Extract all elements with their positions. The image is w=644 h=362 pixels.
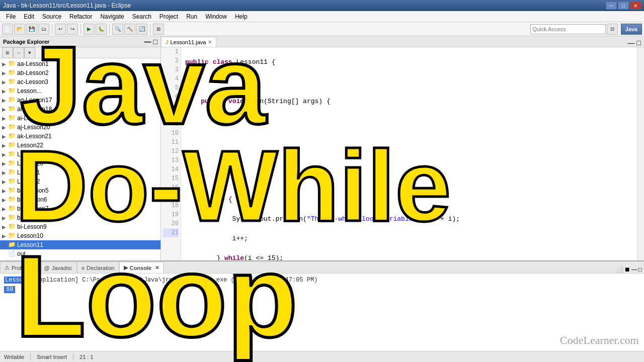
code-line: public void main(String[] args) {	[185, 97, 633, 107]
close-button[interactable]: ✕	[630, 2, 641, 10]
maximize-editor-button[interactable]: □	[637, 39, 641, 47]
code-line: System.out.println("The do-while loop va…	[185, 214, 633, 224]
console-tab-label: Console	[130, 265, 151, 271]
list-item[interactable]: ▶ 📁 Lesson25	[0, 150, 160, 159]
code-line	[185, 175, 633, 185]
expand-arrow: ▶	[0, 70, 8, 76]
list-item[interactable]: ▶ 📁 be-Lesson5	[0, 186, 160, 195]
menu-window[interactable]: Window	[201, 12, 231, 21]
minimize-button[interactable]: ─	[606, 2, 617, 10]
run-button[interactable]: ▶	[84, 24, 95, 35]
stop-console-button[interactable]: ⏹	[624, 266, 630, 273]
collapse-all-button[interactable]: ⊞	[2, 47, 13, 58]
view-menu-button[interactable]: ▼	[24, 47, 35, 58]
editor-tab-lesson11[interactable]: J Lesson11.java ✕	[161, 37, 216, 47]
list-item[interactable]: ▶ 📁 ag-Lesson17	[0, 96, 160, 105]
list-item[interactable]: ▶ 📁 aa-Lesson1	[0, 59, 160, 68]
list-item[interactable]: ▶ 📁 Lesson2	[0, 177, 160, 186]
tree-item-label: bg-Lesson7	[17, 205, 49, 212]
redo-button[interactable]: ↪	[67, 24, 78, 35]
list-item[interactable]: ▶ 📁 Lesson10	[0, 231, 160, 240]
menu-file[interactable]: File	[2, 12, 20, 21]
save-all-button[interactable]: 🗂	[38, 24, 49, 35]
toolbar-separator-4	[150, 24, 150, 34]
open-perspective-button[interactable]: ⊟	[607, 24, 618, 35]
menu-navigate[interactable]: Navigate	[96, 12, 128, 21]
menu-run[interactable]: Run	[182, 12, 201, 21]
tree-item-label: Lesson...	[17, 87, 42, 95]
clear-console-button[interactable]: ⬜	[616, 266, 623, 273]
folder-icon: 📁	[8, 132, 16, 140]
expand-arrow: ▶	[0, 197, 8, 203]
list-item[interactable]: ▼ 📁 Lesson11	[0, 240, 160, 249]
status-bar: Writable Smart Insert 21 : 1	[0, 351, 644, 362]
menu-source[interactable]: Source	[38, 12, 65, 21]
tab-icon: J	[166, 39, 169, 45]
menu-project[interactable]: Project	[155, 12, 182, 21]
expand-arrow: ▶	[0, 125, 8, 130]
search-toolbar-btn[interactable]: 🔍	[112, 24, 123, 35]
list-item[interactable]: ▶ 📁 bi-Lesson9	[0, 222, 160, 231]
package-explorer-title: Package Explorer	[3, 39, 49, 45]
list-item[interactable]: ▶ 📁 bh-Lesson8	[0, 213, 160, 222]
problems-tab[interactable]: ⚠ Problems	[0, 262, 39, 273]
panel-toolbar: ⊞ ↔ ▼	[0, 47, 160, 58]
list-item[interactable]: ▶ 📁 Lesson1	[0, 168, 160, 177]
new-button[interactable]: 📄	[2, 24, 13, 35]
perspective-btn[interactable]: ⊞	[153, 24, 164, 35]
debug-button[interactable]: 🐛	[96, 24, 107, 35]
quick-access-input[interactable]	[530, 24, 606, 34]
list-item[interactable]: ▶ 📁 ac-Lesson3	[0, 77, 160, 86]
list-item[interactable]: ▶ 📁 ai-Lesson19	[0, 114, 160, 123]
code-line: do {	[185, 195, 633, 205]
tab-close-button[interactable]: ✕	[208, 39, 212, 45]
folder-icon: 📁	[8, 69, 16, 77]
list-item[interactable]: ▶ 📁 bf-Lesson6	[0, 195, 160, 204]
refresh-button[interactable]: 🔄	[136, 24, 147, 35]
javadoc-tab-label: Javadoc	[52, 265, 72, 271]
menu-bar: File Edit Source Refactor Navigate Searc…	[0, 11, 644, 22]
list-item[interactable]: ▶ 📁 Lesson...	[0, 86, 160, 96]
java-perspective-button[interactable]: Java	[621, 24, 642, 35]
tree-item-label: ai-Lesson19	[17, 115, 50, 122]
open-button[interactable]: 📂	[14, 24, 25, 35]
list-item[interactable]: ▶ 📁 Lesson26	[0, 159, 160, 168]
list-item[interactable]: ▶ 📁 ah-Lesson18	[0, 105, 160, 114]
expand-arrow: ▶	[0, 188, 8, 194]
minimize-panel-button[interactable]: —	[144, 38, 151, 46]
menu-edit[interactable]: Edit	[20, 12, 38, 21]
close-console-tab[interactable]: ✕	[155, 265, 159, 270]
javadoc-tab[interactable]: @ Javadoc	[39, 262, 76, 273]
tree-item-label: Lesson26	[17, 160, 43, 167]
declaration-tab[interactable]: ≡ Declaration	[77, 262, 119, 273]
maximize-button[interactable]: □	[618, 2, 629, 10]
console-tab[interactable]: ▶ Console ✕	[119, 262, 164, 273]
tree-item-label: Lesson2	[17, 178, 40, 185]
expand-arrow: ▶	[0, 143, 8, 148]
tree-item-label: ah-Lesson18	[17, 106, 52, 113]
editor-tab-bar: J Lesson11.java ✕ — □	[161, 36, 644, 47]
list-item[interactable]: ▶ 📁 aj-Lesson20	[0, 123, 160, 132]
link-editor-button[interactable]: ↔	[13, 47, 24, 58]
list-item[interactable]: ▶ 📁 Lesson22	[0, 141, 160, 150]
menu-search[interactable]: Search	[128, 12, 155, 21]
list-item[interactable]: 📄 out	[0, 249, 160, 258]
folder-icon: 📁	[8, 232, 16, 240]
code-line	[185, 155, 633, 165]
menu-help[interactable]: Help	[231, 12, 252, 21]
list-item[interactable]: ▶ 📁 bg-Lesson7	[0, 204, 160, 213]
list-item[interactable]: ▶ 📁 ak-Lesson21	[0, 132, 160, 141]
list-item[interactable]: ▶ 📁 ab-Lesson2	[0, 68, 160, 77]
progress-bar: 88	[4, 286, 15, 293]
menu-refactor[interactable]: Refactor	[65, 12, 96, 21]
maximize-panel-button[interactable]: □	[153, 38, 157, 46]
folder-icon: 📁	[8, 205, 16, 213]
console-line: Lesso > Application] C:\Program Files\Ja…	[4, 276, 640, 285]
minimize-console-button[interactable]: —	[631, 266, 637, 273]
save-button[interactable]: 💾	[26, 24, 37, 35]
undo-button[interactable]: ↩	[55, 24, 66, 35]
expand-arrow: ▶	[0, 224, 8, 230]
maximize-console-button[interactable]: □	[638, 266, 642, 273]
minimize-editor-button[interactable]: —	[628, 39, 635, 47]
build-button[interactable]: 🔨	[124, 24, 135, 35]
